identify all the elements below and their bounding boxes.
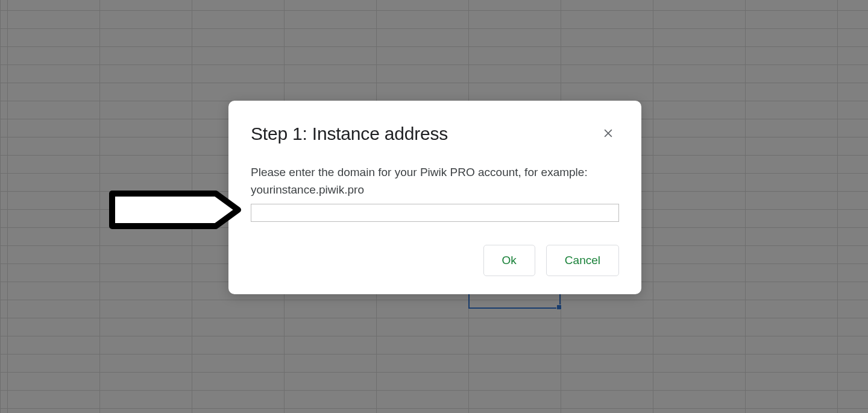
grid-row-line: [0, 336, 868, 336]
grid-row-line: [0, 10, 868, 11]
grid-row-line: [0, 408, 868, 409]
grid-row-line: [0, 83, 868, 83]
grid-row-line: [0, 372, 868, 373]
grid-row-line: [0, 300, 868, 300]
grid-column-line: [837, 0, 838, 413]
dialog-title: Step 1: Instance address: [251, 124, 448, 144]
grid-row-line: [0, 28, 868, 29]
grid-row-line: [0, 65, 868, 65]
instance-domain-input[interactable]: [251, 204, 619, 222]
grid-column-line: [7, 0, 8, 413]
dialog-description: Please enter the domain for your Piwik P…: [251, 163, 619, 199]
close-button[interactable]: [600, 125, 617, 143]
grid-column-line: [745, 0, 746, 413]
grid-row-line: [0, 46, 868, 47]
instance-address-dialog: Step 1: Instance address Please enter th…: [228, 101, 641, 294]
dialog-header: Step 1: Instance address: [251, 124, 619, 144]
ok-button[interactable]: Ok: [483, 245, 535, 276]
cancel-button[interactable]: Cancel: [546, 245, 619, 276]
grid-row-line: [0, 354, 868, 355]
grid-column-line: [653, 0, 653, 413]
grid-column-line: [99, 0, 100, 413]
grid-row-line: [0, 390, 868, 391]
grid-column-line: [0, 0, 1, 413]
callout-arrow-annotation: [107, 189, 243, 233]
grid-row-line: [0, 318, 868, 318]
close-icon: [602, 127, 614, 139]
dialog-button-row: Ok Cancel: [251, 245, 619, 276]
